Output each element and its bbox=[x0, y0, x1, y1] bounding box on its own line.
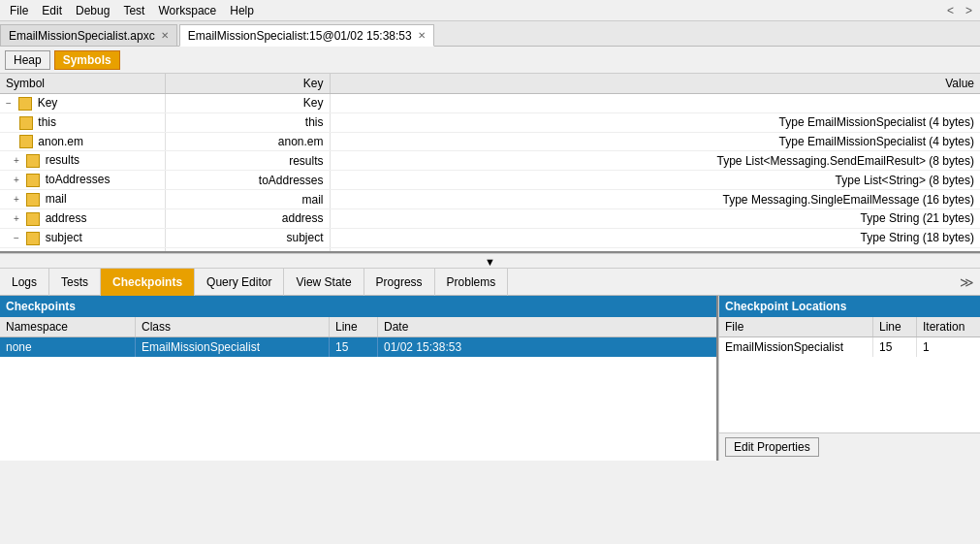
table-row[interactable]: − Key Key bbox=[0, 94, 980, 113]
col-file: File bbox=[719, 317, 873, 336]
cell-file: EmailMissionSpecialist bbox=[719, 337, 873, 357]
tab-checkpoints[interactable]: Checkpoints bbox=[101, 269, 195, 296]
tab-problems[interactable]: Problems bbox=[435, 269, 509, 296]
table-row[interactable]: − subject subject Type String (18 bytes) bbox=[0, 228, 980, 247]
heap-button[interactable]: Heap bbox=[5, 50, 50, 70]
col-line: Line bbox=[873, 317, 917, 336]
cp-right-row[interactable]: EmailMissionSpecialist 15 1 bbox=[719, 337, 980, 357]
table-row[interactable]: this this Type EmailMissionSpecialist (4… bbox=[0, 112, 980, 132]
symbols-table-area: Symbol Key Value − Key Key this bbox=[0, 74, 980, 253]
cp-right-columns: File Line Iteration bbox=[719, 317, 980, 337]
checkpoints-columns: Namespace Class Line Date bbox=[0, 317, 716, 337]
menu-file[interactable]: File bbox=[4, 2, 34, 19]
nav-back[interactable]: < bbox=[943, 2, 958, 19]
menubar: File Edit Debug Test Workspace Help < > bbox=[0, 0, 980, 21]
menu-test[interactable]: Test bbox=[117, 2, 150, 19]
menu-debug[interactable]: Debug bbox=[70, 2, 115, 19]
expand-panel-icon[interactable]: ≫ bbox=[954, 272, 980, 292]
cell-class: EmailMissionSpecialist bbox=[136, 337, 330, 357]
menu-edit[interactable]: Edit bbox=[36, 2, 68, 19]
cell-line: 15 bbox=[330, 337, 378, 357]
bottom-tabs-bar: Logs Tests Checkpoints Query Editor View… bbox=[0, 269, 980, 296]
cp-right-header: Checkpoint Locations bbox=[719, 296, 980, 317]
edit-props-bar: Edit Properties bbox=[719, 432, 980, 461]
tab-session-close[interactable]: ✕ bbox=[418, 30, 426, 41]
col-value: Value bbox=[330, 74, 980, 94]
bottom-panel: Checkpoints Namespace Class Line Date no… bbox=[0, 296, 980, 461]
col-key: Key bbox=[165, 74, 330, 94]
tab-query-editor[interactable]: Query Editor bbox=[195, 269, 284, 296]
file-tabs-bar: EmailMissionSpecialist.apxc ✕ EmailMissi… bbox=[0, 21, 980, 47]
tab-tests[interactable]: Tests bbox=[49, 269, 101, 296]
table-row[interactable]: + address address Type String (21 bytes) bbox=[0, 208, 980, 228]
table-row[interactable]: + toAddresses toAddresses Type List<Stri… bbox=[0, 171, 980, 190]
nav-forward[interactable]: > bbox=[962, 2, 976, 19]
col-class: Class bbox=[136, 317, 330, 336]
cell-date: 01/02 15:38:53 bbox=[378, 337, 716, 357]
col-iteration: Iteration bbox=[917, 317, 980, 336]
tab-logs[interactable]: Logs bbox=[0, 269, 49, 296]
col-date: Date bbox=[378, 317, 716, 336]
tab-progress[interactable]: Progress bbox=[364, 269, 435, 296]
col-namespace: Namespace bbox=[0, 317, 136, 336]
tab-apxc[interactable]: EmailMissionSpecialist.apxc ✕ bbox=[0, 24, 177, 46]
symbols-table: Symbol Key Value − Key Key this bbox=[0, 74, 980, 253]
symbols-button[interactable]: Symbols bbox=[54, 50, 120, 70]
col-symbol: Symbol bbox=[0, 74, 165, 94]
col-line: Line bbox=[330, 317, 378, 336]
table-row[interactable]: + results results Type List<Messaging.Se… bbox=[0, 151, 980, 171]
heap-sym-bar: Heap Symbols bbox=[0, 47, 980, 74]
edit-properties-button[interactable]: Edit Properties bbox=[725, 437, 819, 457]
table-row[interactable]: anon.em anon.em Type EmailMissionSpecial… bbox=[0, 132, 980, 151]
cell-namespace: none bbox=[0, 337, 136, 357]
checkpoints-row[interactable]: none EmailMissionSpecialist 15 01/02 15:… bbox=[0, 337, 716, 357]
checkpoints-left: Checkpoints Namespace Class Line Date no… bbox=[0, 296, 718, 461]
tab-view-state[interactable]: View State bbox=[284, 269, 364, 296]
checkpoints-header: Checkpoints bbox=[0, 296, 716, 317]
cell-iteration: 1 bbox=[917, 337, 980, 357]
tab-apxc-close[interactable]: ✕ bbox=[161, 30, 169, 41]
scroll-indicator[interactable]: ▼ bbox=[0, 253, 980, 269]
table-row[interactable]: + mail mail Type Messaging.SingleEmailMe… bbox=[0, 190, 980, 209]
menu-help[interactable]: Help bbox=[224, 2, 260, 19]
tab-session[interactable]: EmailMissionSpecialist:15@01/02 15:38:53… bbox=[179, 24, 434, 47]
checkpoints-right: Checkpoint Locations File Line Iteration… bbox=[718, 296, 980, 461]
menu-workspace[interactable]: Workspace bbox=[152, 2, 222, 19]
cell-line: 15 bbox=[873, 337, 917, 357]
